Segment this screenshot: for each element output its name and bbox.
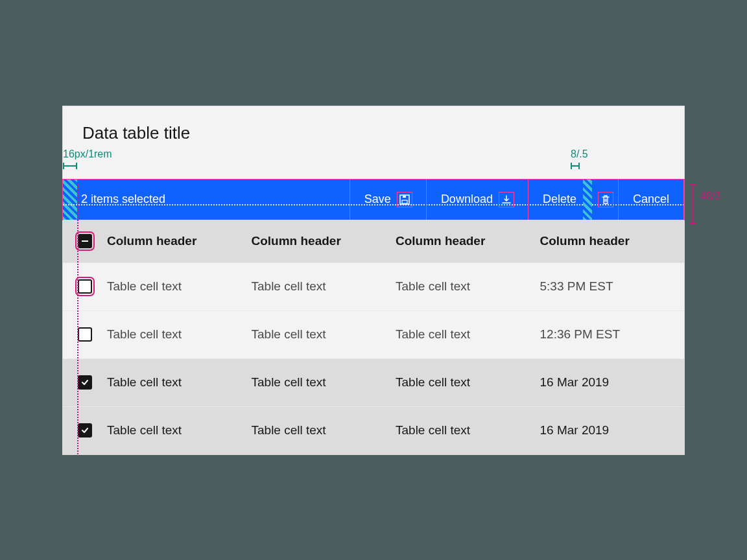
trash-icon [599, 192, 613, 207]
padding-spec-overlay [63, 180, 77, 220]
row-checkbox[interactable] [78, 327, 92, 342]
column-header[interactable]: Column header [396, 234, 485, 248]
cancel-button[interactable]: Cancel [618, 180, 684, 220]
row-checkbox[interactable] [78, 279, 92, 294]
table-cell: Table cell text [252, 423, 326, 437]
padding-spec-overlay [583, 180, 592, 220]
save-icon [397, 192, 412, 207]
table-row: Table cell text Table cell text Table ce… [63, 358, 684, 406]
download-button[interactable]: Download [426, 180, 528, 220]
download-button-label: Download [441, 192, 493, 206]
table-cell: 16 Mar 2019 [540, 423, 610, 437]
data-table-card: Data table title 16px/1rem 8/.5 2 items … [62, 106, 685, 455]
save-button-label: Save [364, 192, 391, 206]
spacing-annotation-right: 8/.5 [571, 148, 588, 160]
delete-button[interactable]: Delete [528, 180, 619, 220]
save-button[interactable]: Save [350, 180, 427, 220]
measure-bracket-icon [63, 163, 77, 169]
table-header-row: Column header Column header Column heade… [63, 220, 684, 262]
table-row: Table cell text Table cell text Table ce… [63, 262, 684, 310]
svg-rect-2 [403, 196, 406, 198]
spacing-annotation-left: 16px/1rem [63, 148, 112, 160]
table-cell: Table cell text [107, 327, 182, 341]
batch-actions-group: Save Download Delete Cancel [350, 180, 684, 220]
measure-bracket-icon [571, 163, 580, 169]
table-row: Table cell text Table cell text Table ce… [63, 406, 684, 454]
table-cell: Table cell text [396, 375, 470, 389]
table-cell: Table cell text [252, 279, 326, 293]
table-cell: Table cell text [107, 375, 182, 389]
table-cell: 16 Mar 2019 [540, 375, 610, 389]
row-checkbox[interactable] [78, 375, 92, 390]
data-table: Column header Column header Column heade… [63, 220, 684, 454]
table-cell: 5:33 PM EST [540, 279, 613, 293]
table-cell: Table cell text [107, 279, 182, 293]
cancel-button-label: Cancel [633, 192, 669, 206]
height-bracket-icon [689, 184, 696, 224]
title-area: Data table title [63, 106, 684, 148]
bar-height-annotation: 48/3 [700, 191, 720, 202]
table-cell: Table cell text [252, 327, 326, 341]
column-header[interactable]: Column header [540, 234, 630, 248]
row-checkbox[interactable] [78, 423, 92, 438]
column-header[interactable]: Column header [252, 234, 341, 248]
table-row: Table cell text Table cell text Table ce… [63, 310, 684, 358]
batch-action-bar: 2 items selected Save Download Delete [63, 180, 684, 220]
spec-annotation-row: 16px/1rem 8/.5 [63, 148, 684, 180]
delete-button-label: Delete [543, 192, 576, 206]
table-cell: Table cell text [396, 327, 470, 341]
table-cell: Table cell text [107, 423, 182, 437]
table-cell: 12:36 PM EST [540, 327, 621, 341]
download-icon [499, 192, 514, 207]
select-all-checkbox[interactable] [78, 234, 92, 248]
selection-count-label: 2 items selected [77, 192, 350, 206]
table-cell: Table cell text [396, 423, 470, 437]
table-cell: Table cell text [396, 279, 470, 293]
table-cell: Table cell text [252, 375, 326, 389]
column-header[interactable]: Column header [107, 234, 196, 248]
svg-rect-1 [402, 200, 407, 204]
table-title: Data table title [82, 123, 665, 143]
